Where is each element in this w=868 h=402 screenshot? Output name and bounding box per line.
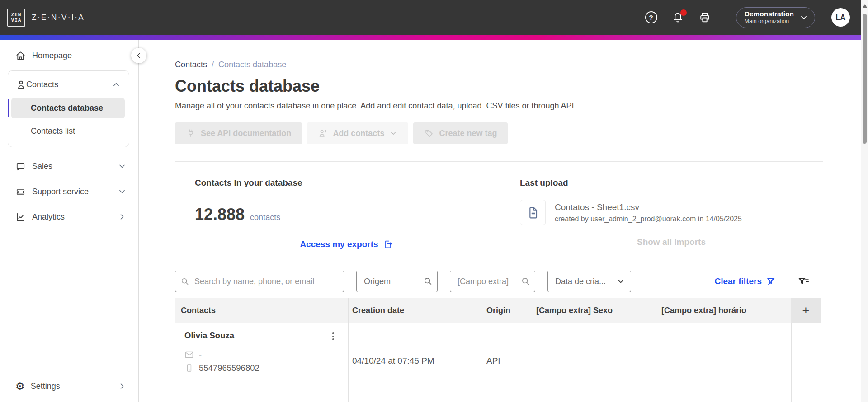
chevron-up-icon: [112, 80, 121, 89]
scrollbar-thumb[interactable]: [863, 14, 867, 144]
envelope-icon: [184, 350, 194, 360]
export-icon: [383, 239, 393, 249]
sidebar-item-label: Analytics: [32, 212, 65, 222]
zenvia-logo: ZEN VIA Z·E·N·V·I·A: [7, 9, 85, 27]
breadcrumb-separator: /: [212, 60, 214, 70]
notifications-button[interactable]: [672, 11, 684, 23]
last-upload-file: Contatos - Sheet1.csv created by user_ad…: [520, 200, 823, 225]
logo-mark-bottom: VIA: [11, 18, 22, 23]
card-title: Last upload: [520, 178, 823, 188]
chevron-down-icon: [389, 129, 397, 137]
advanced-filters-button[interactable]: [797, 276, 809, 287]
add-column-button[interactable]: +: [791, 298, 821, 323]
breadcrumb-link-contacts[interactable]: Contacts: [175, 60, 207, 70]
zenvia-logo-icon: ZEN VIA: [7, 9, 25, 27]
clear-filters-button[interactable]: Clear filters: [714, 276, 776, 286]
help-button[interactable]: ?: [645, 11, 657, 23]
sidebar-item-contacts-database[interactable]: Contacts database: [11, 98, 125, 118]
chevron-right-icon: [118, 212, 127, 221]
contact-cell: Olivia Souza -: [175, 323, 349, 402]
help-icon: ?: [645, 11, 657, 23]
search-icon: [180, 277, 190, 286]
column-header-contacts: Contacts: [175, 298, 349, 323]
collapse-sidebar-button[interactable]: [131, 48, 146, 63]
sidebar-item-homepage[interactable]: Homepage: [0, 47, 138, 64]
filters-bar: Data de cria... Clear filters: [175, 271, 823, 292]
table-header: Contacts Creation date Origin [Campo ext…: [175, 298, 823, 323]
sidebar-item-support-service[interactable]: Support service: [0, 179, 138, 204]
button-label: Clear filters: [714, 276, 762, 286]
csv-file-icon: [526, 206, 540, 220]
file-texts: Contatos - Sheet1.csv created by user_ad…: [555, 202, 742, 223]
filter-label: Data de cria...: [555, 277, 606, 286]
contact-phone: 5547965596802: [199, 363, 259, 373]
origem-field: [356, 271, 438, 292]
sidebar-item-contacts[interactable]: Contacts: [8, 75, 129, 93]
print-button[interactable]: [698, 11, 711, 24]
database-card: Contacts in your database 12.888 contact…: [175, 162, 498, 260]
button-label: Create new tag: [439, 129, 497, 138]
gear-icon: ⚙: [15, 381, 25, 392]
access-exports-link[interactable]: Access my exports: [195, 239, 498, 249]
contact-email: -: [199, 350, 202, 360]
row-menu-button[interactable]: [330, 331, 337, 342]
creation-date-filter[interactable]: Data de cria...: [547, 271, 631, 292]
breadcrumb-current: Contacts database: [218, 60, 286, 70]
campo-extra-field: [450, 271, 535, 292]
add-contacts-button[interactable]: Add contacts: [307, 122, 408, 144]
sidebar-item-contacts-list[interactable]: Contacts list: [8, 121, 129, 141]
sidebar-item-label: Contacts: [26, 80, 58, 89]
notification-badge: [680, 9, 687, 16]
brand-gradient-bar: [0, 35, 868, 40]
cell-campo-sexo: [533, 323, 658, 402]
search-icon: [521, 276, 531, 286]
user-avatar[interactable]: LA: [831, 8, 850, 27]
button-label: See API documentation: [201, 129, 291, 138]
summary-cards: Contacts in your database 12.888 contact…: [175, 161, 823, 260]
sidebar-item-analytics[interactable]: Analytics: [0, 204, 138, 229]
scrollbar-up-arrow[interactable]: [863, 4, 867, 8]
logo-text: Z·E·N·V·I·A: [32, 13, 85, 22]
main-content: Contacts / Contacts database Contacts da…: [139, 40, 823, 402]
column-header-campo-sexo: [Campo extra] Sexo: [533, 298, 658, 323]
cell-add-column: [791, 323, 821, 402]
sidebar-item-settings[interactable]: ⚙ Settings: [0, 370, 138, 402]
contacts-group: Contacts Contacts database Contacts list: [8, 70, 129, 147]
ticket-icon: [15, 187, 26, 197]
home-icon: [15, 51, 26, 61]
topbar-right: ? Demonstration Main organiza: [631, 7, 850, 28]
sidebar-item-sales[interactable]: Sales: [0, 154, 138, 179]
cell-origin: API: [483, 323, 533, 402]
chevron-right-icon: [118, 382, 127, 391]
create-new-tag-button[interactable]: Create new tag: [413, 122, 508, 144]
search-icon: [423, 276, 433, 286]
cell-campo-horario: [658, 323, 791, 402]
page-title: Contacts database: [175, 77, 823, 96]
actions-toolbar: See API documentation Add contacts Creat…: [175, 122, 823, 144]
search-input[interactable]: [175, 271, 344, 292]
button-label: Add contacts: [333, 129, 384, 138]
chevron-down-icon: [118, 162, 127, 171]
sidebar-item-label: Settings: [31, 382, 60, 391]
contacts-table: Contacts Creation date Origin [Campo ext…: [175, 298, 823, 402]
vertical-scrollbar: [861, 0, 868, 402]
plus-icon: +: [802, 304, 810, 317]
cell-creation-date: 04/10/24 at 07:45 PM: [349, 323, 483, 402]
sidebar-item-label: Contacts list: [31, 126, 75, 136]
contact-email-row: -: [184, 350, 339, 360]
tag-icon: [424, 128, 434, 138]
see-api-documentation-button[interactable]: See API documentation: [175, 122, 302, 144]
person-plus-icon: [318, 128, 328, 138]
app: ZEN VIA Z·E·N·V·I·A ?: [0, 0, 868, 402]
chevron-down-icon: [616, 277, 625, 286]
breadcrumb: Contacts / Contacts database: [175, 60, 823, 70]
org-texts: Demonstration Main organization: [745, 9, 794, 25]
org-switcher[interactable]: Demonstration Main organization: [736, 7, 815, 28]
filter-clear-icon: [766, 276, 776, 286]
contact-name-row: Olivia Souza: [184, 331, 339, 342]
show-all-imports-button[interactable]: Show all imports: [520, 237, 823, 247]
contact-name-link[interactable]: Olivia Souza: [184, 331, 234, 341]
logo-mark-top: ZEN: [11, 12, 22, 18]
contact-phone-row: 5547965596802: [184, 363, 339, 373]
page-description: Manage all of your contacts database in …: [175, 101, 823, 111]
